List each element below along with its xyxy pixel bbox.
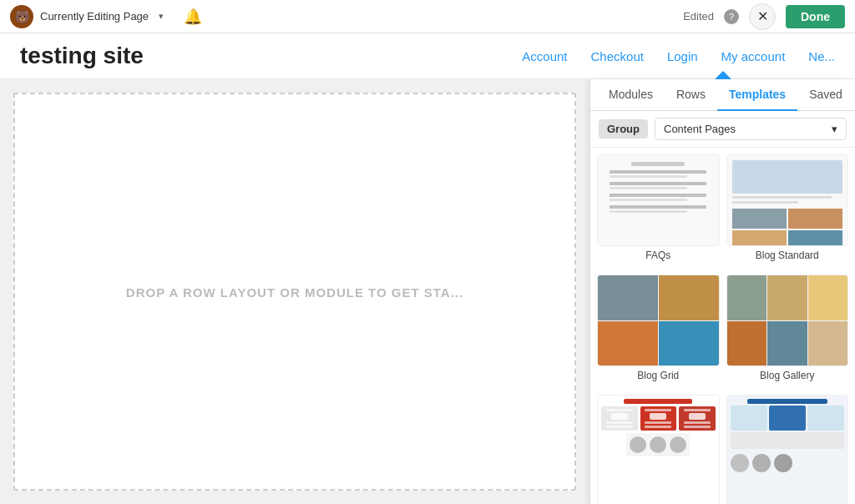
site-title: testing site xyxy=(20,43,522,69)
topbar-right: Edited ? ✕ Done xyxy=(683,3,845,30)
template-thumb-blog-grid xyxy=(597,275,720,366)
template-pricing-2[interactable]: Pricing xyxy=(726,395,849,504)
template-thumb-pricing-2 xyxy=(726,395,849,504)
close-button[interactable]: ✕ xyxy=(749,3,776,30)
avatar: 🐻 xyxy=(10,5,33,28)
bell-icon[interactable]: 🔔 xyxy=(184,8,202,26)
main: DROP A ROW LAYOUT OR MODULE TO GET STA..… xyxy=(0,79,855,504)
nav-myaccount[interactable]: My account xyxy=(721,49,786,63)
template-label-blog-gallery: Blog Gallery xyxy=(760,370,814,381)
panel-tabs: Modules Rows Templates Saved xyxy=(590,79,855,111)
nav-checkout[interactable]: Checkout xyxy=(591,49,644,63)
panel-arrow xyxy=(715,71,731,79)
editor-area[interactable]: DROP A ROW LAYOUT OR MODULE TO GET STA..… xyxy=(13,93,576,491)
done-button[interactable]: Done xyxy=(786,5,845,28)
template-row-2: Blog Grid Blog Gallery xyxy=(597,275,848,381)
group-dropdown-value: Content Pages xyxy=(664,123,736,135)
topbar: 🐻 Currently Editing Page ▾ 🔔 Edited ? ✕ … xyxy=(0,0,855,33)
site-nav: Account Checkout Login My account Ne... xyxy=(522,49,835,63)
template-label-blog-standard: Blog Standard xyxy=(756,249,819,261)
template-label-faqs: FAQs xyxy=(645,249,670,261)
group-selector: Group Content Pages ▾ xyxy=(590,111,855,148)
template-blog-grid[interactable]: Blog Grid xyxy=(597,275,720,381)
tab-saved[interactable]: Saved xyxy=(797,79,854,111)
template-blog-gallery[interactable]: Blog Gallery xyxy=(726,275,849,381)
chevron-down-icon[interactable]: ▾ xyxy=(159,11,164,22)
drop-hint: DROP A ROW LAYOUT OR MODULE TO GET STA..… xyxy=(126,285,463,299)
nav-more[interactable]: Ne... xyxy=(808,49,835,63)
template-row-1: FAQs xyxy=(597,154,848,261)
template-thumb-faqs xyxy=(597,154,720,246)
topbar-left: 🐻 Currently Editing Page ▾ 🔔 xyxy=(10,5,202,28)
template-thumb-blog-gallery xyxy=(726,275,849,366)
template-grid: FAQs xyxy=(590,148,855,504)
template-thumb-pricing-1 xyxy=(597,395,720,504)
template-faqs[interactable]: FAQs xyxy=(597,154,720,261)
chevron-down-icon: ▾ xyxy=(832,123,837,135)
nav-login[interactable]: Login xyxy=(667,49,698,63)
tab-modules[interactable]: Modules xyxy=(597,79,665,111)
template-pricing-1[interactable]: Pricing xyxy=(597,395,720,504)
template-label-blog-grid: Blog Grid xyxy=(637,370,679,381)
tab-rows[interactable]: Rows xyxy=(665,79,717,111)
group-dropdown[interactable]: Content Pages ▾ xyxy=(655,118,847,140)
template-row-3: Pricing xyxy=(597,395,848,504)
help-icon[interactable]: ? xyxy=(724,9,739,24)
right-panel: Modules Rows Templates Saved Group Conte… xyxy=(589,79,855,504)
template-blog-standard[interactable]: Blog Standard xyxy=(726,154,849,261)
nav-account[interactable]: Account xyxy=(522,49,567,63)
group-badge: Group xyxy=(599,119,648,139)
template-thumb-blog-standard xyxy=(726,154,849,246)
edited-label: Edited xyxy=(683,10,714,23)
tab-templates[interactable]: Templates xyxy=(717,79,797,111)
currently-editing-label: Currently Editing Page xyxy=(40,10,149,23)
